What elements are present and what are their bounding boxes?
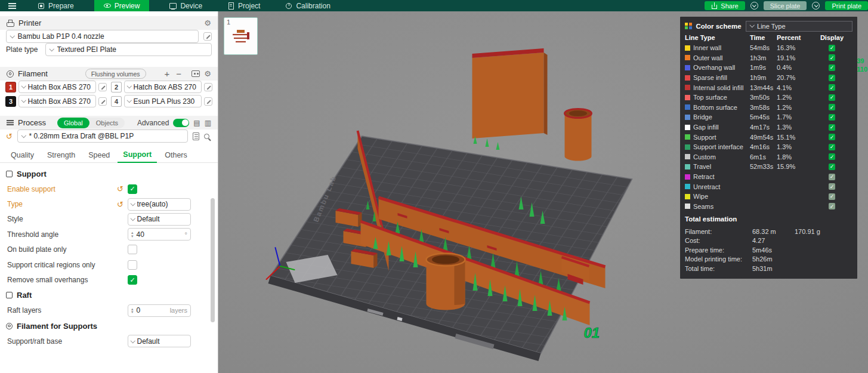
display-checkbox[interactable]: ✓ [829,193,835,200]
display-checkbox[interactable]: ✓ [829,45,835,51]
process-preset-combo[interactable]: * 0.28mm Extra Draft @BBL P1P [17,130,188,143]
edit-filament-icon[interactable] [204,97,212,106]
display-cell: ✓ [811,174,852,180]
line-type-cell: Support [685,134,750,141]
spin-down-icon[interactable]: ▾ [131,235,134,238]
setting-control: ✓ [128,184,191,194]
display-checkbox[interactable]: ✓ [829,183,835,190]
support-raft-base-select[interactable]: Default [128,335,191,347]
tab-others[interactable]: Others [159,151,193,162]
filament-settings-gear-icon[interactable]: ⚙ [204,70,211,78]
color-scheme-select[interactable]: Line Type [746,21,852,32]
line-type-cell: Top surface [685,94,750,101]
modified-indicator-icon[interactable]: ↺ [6,132,13,140]
save-preset-icon[interactable] [193,132,199,140]
filament-color-badge[interactable]: 4 [111,96,122,107]
flushing-volumes-button[interactable]: Flushing volumes [85,69,146,79]
style-select[interactable]: Default [128,213,191,226]
display-checkbox[interactable]: ✓ [829,64,835,71]
edit-printer-icon[interactable] [203,32,212,41]
printer-settings-gear-icon[interactable]: ⚙ [204,19,211,27]
layer-indicator[interactable]: 39110 [857,57,867,73]
parameter-table-icon[interactable]: ▤ [193,119,200,127]
filament-color-badge[interactable]: 1 [5,82,16,93]
support-critical-regions-only-checkbox[interactable] [128,260,137,270]
tab-project[interactable]: Project [223,0,265,11]
slice-plate-button[interactable]: Slice plate [764,1,807,10]
display-cell: ✓ [811,144,852,150]
filament-preset-combo[interactable]: Hatch Box ABS 270 [18,95,96,107]
type-select[interactable]: tree(auto) [128,198,191,211]
display-checkbox[interactable]: ✓ [829,174,835,180]
tab-calibration[interactable]: Calibration [280,0,335,11]
filament-color-badge[interactable]: 3 [5,96,16,107]
raft-layers-input[interactable]: ▴▾0layers [128,304,191,317]
line-type-label: Retract [693,173,714,180]
display-checkbox[interactable]: ✓ [829,75,835,81]
threshold-angle-input[interactable]: ▴▾40° [128,228,191,241]
spin-down-icon[interactable]: ▾ [131,310,134,314]
scope-global[interactable]: Global [57,118,89,128]
slice-options-dropdown[interactable] [750,2,758,10]
line-type-label: Bridge [693,113,712,121]
chevron-down-icon [50,47,54,51]
remove-filament-button[interactable]: − [175,69,183,78]
tab-strength[interactable]: Strength [42,151,81,162]
display-checkbox[interactable]: ✓ [829,164,835,170]
display-checkbox[interactable]: ✓ [829,94,835,101]
filament-color-badge[interactable]: 2 [111,82,122,93]
reset-icon[interactable]: ↺ [117,201,123,208]
tab-speed[interactable]: Speed [83,151,115,162]
spinner-arrows[interactable]: ▴▾ [131,231,134,238]
tab-device[interactable]: Device [165,0,207,11]
ams-icon[interactable] [191,70,200,77]
print-plate-button[interactable]: Print plate [825,1,868,10]
display-checkbox[interactable]: ✓ [829,124,835,131]
plate-thumbnail[interactable]: 1 [224,17,258,55]
settings-scrollbar[interactable] [211,198,215,371]
reset-icon[interactable]: ↺ [117,185,123,193]
estimation-value: 5h26m [752,255,795,263]
build-plate[interactable]: Bambu Lab [268,136,632,361]
display-checkbox[interactable]: ✓ [829,203,835,209]
on-build-plate-only-checkbox[interactable] [128,245,137,254]
filament-preset-combo[interactable]: Esun PLA Plus 230 [124,95,202,107]
parameter-columns-icon[interactable]: ▥ [205,119,211,127]
scope-objects[interactable]: Objects [89,118,125,128]
remove-small-overhangs-checkbox[interactable]: ✓ [128,275,137,285]
filament-preset-value: Esun PLA Plus 230 [134,97,199,106]
search-icon[interactable] [204,134,209,139]
line-type-swatch [685,45,690,51]
tab-prepare[interactable]: Prepare [33,0,79,11]
line-type-cell: Seams [685,203,750,210]
display-checkbox[interactable]: ✓ [829,114,835,121]
filament-preset-combo[interactable]: Hatch Box ABS 270 [18,81,96,93]
tab-quality[interactable]: Quality [5,151,39,162]
edit-filament-icon[interactable] [204,83,212,91]
tab-preview[interactable]: Preview [94,0,150,11]
display-checkbox[interactable]: ✓ [829,134,835,140]
line-type-swatch [685,55,690,60]
line-type-label: Unretract [693,183,720,190]
scrollbar-thumb[interactable] [211,198,215,322]
chevron-down-icon [10,33,15,38]
tab-support[interactable]: Support [118,150,157,163]
add-filament-button[interactable]: + [163,69,171,78]
display-checkbox[interactable]: ✓ [829,144,835,150]
print-options-dropdown[interactable] [812,2,820,10]
display-checkbox[interactable]: ✓ [829,153,835,160]
display-checkbox[interactable]: ✓ [829,54,835,61]
advanced-toggle[interactable] [173,119,189,127]
printer-preset-combo[interactable]: Bambu Lab P1P 0.4 nozzle [6,30,199,43]
display-checkbox[interactable]: ✓ [829,104,835,110]
edit-filament-icon[interactable] [98,97,107,106]
filament-preset-combo[interactable]: Hatch Box ABS 270 [124,81,202,93]
plate-type-combo[interactable]: Textured PEI Plate [45,43,212,56]
menu-icon[interactable] [8,2,16,9]
edit-filament-icon[interactable] [98,83,107,91]
line-type-swatch [685,194,690,199]
enable-support-checkbox[interactable]: ✓ [128,184,137,194]
display-checkbox[interactable]: ✓ [829,84,835,91]
share-button[interactable]: Share [705,1,745,10]
spinner-arrows[interactable]: ▴▾ [131,307,134,314]
